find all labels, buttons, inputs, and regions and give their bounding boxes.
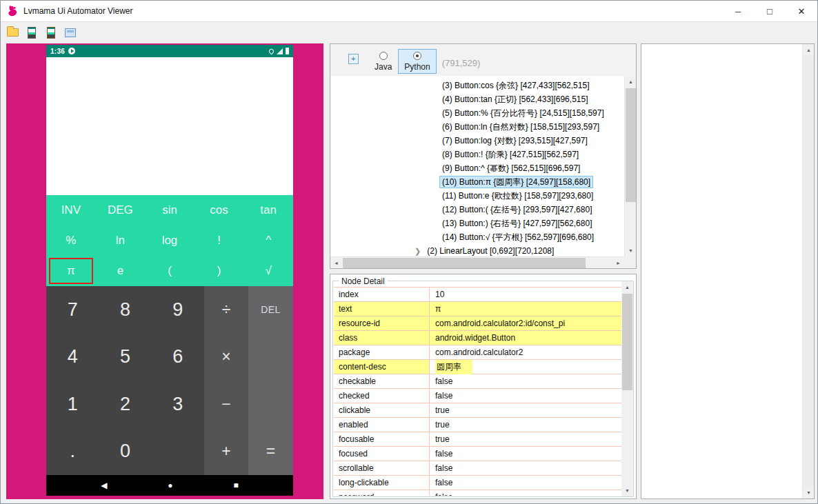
tree-node[interactable]: ❯(10) Button:π {圆周率} [24,597][158,680] [331,175,624,189]
calc-digit-key[interactable]: 9 [152,286,204,334]
detail-key: index [334,288,429,301]
tree-node[interactable]: ❯(11) Button:e {欧拉数} [158,597][293,680] [331,189,624,203]
device-screenshot-button[interactable] [23,24,40,41]
calc-function-key[interactable]: √ [243,256,293,286]
calc-digit-key[interactable]: 0 [99,428,151,476]
node-detail-row: checked false [334,389,621,403]
signal-icon [277,48,283,54]
scroll-up-icon[interactable]: ▲ [621,281,633,293]
tree-horizontal-scrollbar[interactable]: ◄ ► [330,256,624,268]
calc-function-key[interactable]: π [46,256,96,286]
calc-digit-key[interactable]: 7 [46,286,99,334]
detail-key: text [334,302,429,316]
calc-function-key[interactable]: INV [46,195,96,225]
home-icon[interactable]: ● [168,481,172,490]
scroll-right-icon[interactable]: ► [612,257,624,269]
calc-digit-key[interactable]: 3 [152,381,204,428]
calc-digit-key[interactable]: . [46,428,99,476]
calc-digit-key[interactable]: 2 [99,381,151,428]
tree-node[interactable]: ❯(2) LinearLayout [0,692][720,1208] [331,244,624,256]
recents-icon[interactable]: ■ [234,481,239,490]
scrollbar-thumb[interactable] [622,294,632,390]
play-store-icon [68,48,75,54]
detail-key: checked [334,389,429,403]
calc-del-key[interactable]: DEL [248,286,293,333]
calc-operator-key[interactable]: + [204,428,248,476]
calc-digit-key[interactable]: 8 [99,286,151,334]
tree-node[interactable]: ❯(4) Button:tan {正切} [562,433][696,515] [331,92,624,106]
tree-node[interactable]: ❯(3) Button:cos {余弦} [427,433][562,515] [331,79,624,92]
status-time: 1:36 [50,48,65,55]
calc-operator-key[interactable]: × [204,334,248,381]
tree-node[interactable]: ❯(5) Button:% {百分比符号} [24,515][158,597] [331,106,624,120]
open-folder-icon [7,28,19,37]
calculator-numpad: 7 8 9 4 5 [46,286,293,475]
scroll-down-icon[interactable]: ▼ [625,245,637,256]
extras-column: DEL = [248,286,293,475]
side-vertical-scrollbar[interactable]: ▲ ▼ [802,44,814,498]
detail-vertical-scrollbar[interactable]: ▲ ▼ [621,281,633,496]
calc-digit-key[interactable]: 4 [46,334,99,381]
calc-function-key[interactable]: sin [145,195,194,225]
tree-vertical-scrollbar[interactable]: ▲ ▼ [624,76,636,256]
calc-digit-key[interactable]: 5 [99,334,151,381]
calc-operator-key[interactable]: − [204,381,248,428]
expand-all-icon[interactable] [348,54,359,64]
calc-equals-key[interactable]: = [248,427,293,475]
window-title: Lvmama Ui Automator Viewer [23,6,133,16]
pointer-coordinates: (791,529) [442,58,481,68]
tree-node[interactable]: ❯(8) Button:! {阶乘} [427,515][562,597] [331,148,624,161]
status-icons [269,48,289,54]
device-screenshot-panel[interactable]: 1:36 INV DEG sin [6,43,323,499]
node-detail-row: clickable true [334,403,621,418]
maximize-button[interactable]: □ [754,1,786,22]
tree-node[interactable]: ❯(9) Button:^ {幂数} [562,515][696,597] [331,161,624,175]
title-bar: Lvmama Ui Automator Viewer ─ □ ✕ [1,1,817,22]
tree-node[interactable]: ❯(12) Button:( {左括号} [293,597][427,680] [331,203,624,216]
calc-function-key[interactable]: ! [194,225,244,256]
tree-node[interactable]: ❯(7) Button:log {对数} [293,515][427,597] [331,134,624,148]
calc-function-key[interactable]: ) [194,256,244,286]
tree-node[interactable]: ❯(14) Button:√ {平方根} [562,597][696,680] [331,230,624,244]
open-file-button[interactable] [4,24,21,41]
calc-function-key[interactable]: DEG [96,195,146,225]
scroll-left-icon[interactable]: ◄ [330,257,342,269]
device-screenshot-compressed-button[interactable] [43,24,59,41]
scroll-up-icon[interactable]: ▲ [803,44,815,56]
detail-key: long-clickable [334,476,429,490]
node-detail-row: index 10 [334,288,621,302]
calc-function-key[interactable]: e [96,256,146,286]
close-button[interactable]: ✕ [786,1,817,22]
calc-function-key[interactable]: log [145,225,194,256]
scrollbar-thumb[interactable] [343,258,586,268]
calc-digit-key[interactable] [152,428,204,476]
tree-node[interactable]: ❯(13) Button:) {右括号} [427,597][562,680] [331,216,624,230]
calc-digit-key[interactable]: 6 [152,334,204,381]
scroll-down-icon[interactable]: ▼ [803,487,815,498]
calc-function-key[interactable]: tan [243,195,293,225]
node-detail-title: Node Detail [339,276,388,286]
language-radio[interactable]: Java [368,49,398,74]
calc-function-key[interactable]: cos [194,195,244,225]
calc-function-key[interactable]: ( [145,256,194,286]
radio-icon [379,52,388,60]
language-radio[interactable]: Python [398,49,436,74]
back-icon[interactable]: ◀ [101,481,107,490]
calc-operator-key[interactable]: ÷ [204,286,248,334]
calc-function-key[interactable]: ln [96,225,146,256]
detail-key: class [334,331,429,345]
calc-digit-key[interactable]: 1 [46,381,99,428]
scroll-up-icon[interactable]: ▲ [625,76,637,88]
minimize-button[interactable]: ─ [722,1,754,22]
screen-capture-button[interactable] [62,24,79,41]
scrollbar-thumb[interactable] [804,56,814,487]
detail-value: com.android.calculator2:id/const_pi [429,316,621,330]
tree-node[interactable]: ❯(6) Button:ln {自然对数} [158,515][293,597] [331,120,624,134]
calc-function-key[interactable]: % [46,225,96,256]
scrollbar-corner [624,256,636,268]
detail-value: com.android.calculator2 [429,345,621,359]
scroll-down-icon[interactable]: ▼ [621,485,633,496]
android-screen[interactable]: 1:36 INV DEG sin [46,45,293,496]
calc-function-key[interactable]: ^ [243,225,293,256]
scrollbar-thumb[interactable] [626,88,636,202]
